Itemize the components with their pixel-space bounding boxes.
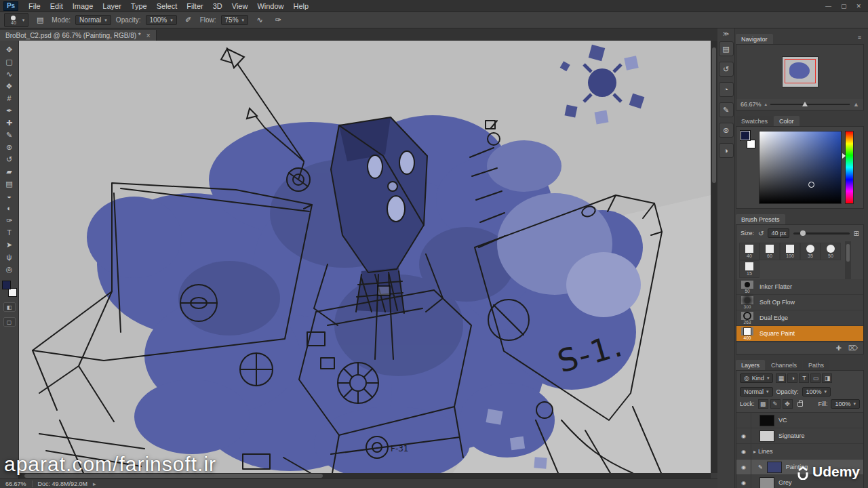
- zoom-level-field[interactable]: 66.67%: [5, 481, 26, 487]
- layer-filter-icon[interactable]: T: [799, 373, 809, 383]
- panel-strip-icon[interactable]: ◑: [719, 143, 734, 158]
- layer-name[interactable]: VC: [778, 417, 863, 424]
- brush-preset-picker[interactable]: 40 ▾: [4, 13, 28, 27]
- tool-icon[interactable]: ▰: [1, 165, 18, 178]
- screen-mode-button[interactable]: ▢: [3, 317, 16, 327]
- panel-strip-icon[interactable]: ✎: [719, 102, 734, 117]
- tool-icon[interactable]: ➤: [1, 239, 18, 251]
- layer-visibility-toggle[interactable]: [736, 444, 751, 459]
- brush-preset-row[interactable]: 400 Square Paint: [736, 326, 863, 342]
- canvas-vertical-scrollbar[interactable]: [711, 41, 717, 473]
- tool-icon[interactable]: ⊛: [1, 141, 18, 153]
- quick-mask-button[interactable]: ◧: [3, 302, 16, 312]
- tool-icon[interactable]: ◐: [1, 202, 18, 214]
- saturation-brightness-picker[interactable]: [759, 131, 842, 204]
- brush-preset-row[interactable]: 300 Soft Op Flow: [736, 295, 863, 310]
- tool-icon[interactable]: ∿: [1, 68, 18, 80]
- menu-item[interactable]: Select: [152, 2, 182, 10]
- layer-name[interactable]: Signature: [778, 432, 863, 439]
- menu-item[interactable]: Filter: [182, 2, 208, 10]
- brush-panel-toggle-icon[interactable]: ⊞: [854, 230, 859, 237]
- toggle-brush-panel-icon[interactable]: ▤: [33, 14, 47, 26]
- tool-icon[interactable]: ✑: [1, 214, 18, 226]
- menu-item[interactable]: Help: [289, 2, 314, 10]
- color-panel-tab[interactable]: Swatches: [736, 116, 773, 126]
- reset-size-icon[interactable]: ↺: [758, 230, 764, 237]
- layer-visibility-toggle[interactable]: [736, 413, 751, 428]
- color-panel-tab[interactable]: Color: [774, 116, 800, 126]
- lock-option-icon[interactable]: ✥: [783, 399, 793, 409]
- layer-row[interactable]: ▸ ✎ Signature: [736, 428, 863, 444]
- menu-item[interactable]: Layer: [98, 2, 126, 10]
- opacity-select[interactable]: 100% ▾: [146, 15, 177, 25]
- panel-strip-icon[interactable]: ⊛: [719, 123, 734, 138]
- menu-item[interactable]: Type: [126, 2, 152, 10]
- navigator-view-box[interactable]: [785, 59, 816, 83]
- menu-item[interactable]: View: [227, 2, 253, 10]
- tab-brush-presets[interactable]: Brush Presets: [736, 214, 785, 224]
- layer-thumbnail[interactable]: [760, 430, 774, 442]
- layer-filter-icon[interactable]: ▦: [776, 373, 786, 383]
- color-fg-bg-swatches[interactable]: [741, 131, 755, 148]
- hue-slider[interactable]: [845, 131, 854, 204]
- menu-item[interactable]: Image: [68, 2, 98, 10]
- expand-panels-icon[interactable]: ≫: [723, 30, 729, 37]
- layer-filter-icon[interactable]: ◑: [787, 373, 797, 383]
- navigator-zoom-slider[interactable]: [770, 104, 850, 105]
- layer-thumbnail[interactable]: [760, 477, 774, 488]
- tool-icon[interactable]: #: [1, 92, 18, 104]
- group-expand-icon[interactable]: ▸: [751, 449, 758, 455]
- layer-visibility-toggle[interactable]: [736, 460, 751, 474]
- close-icon[interactable]: ×: [146, 32, 151, 39]
- brush-footer-icon[interactable]: ⌦: [848, 344, 858, 352]
- brush-thumbnail[interactable]: 35: [800, 243, 821, 260]
- brush-thumbnail[interactable]: 60: [760, 243, 780, 260]
- tool-icon[interactable]: ψ: [1, 251, 18, 263]
- panel-strip-icon[interactable]: ◔: [719, 82, 734, 97]
- pressure-size-icon[interactable]: ✑: [271, 14, 285, 26]
- layer-filter-kind-select[interactable]: ◎ Kind ▾: [740, 373, 773, 383]
- layers-panel-tab[interactable]: Layers: [736, 360, 765, 370]
- blend-mode-select[interactable]: Normal ▾: [75, 15, 111, 25]
- layer-opacity-select[interactable]: 100% ▾: [802, 387, 831, 396]
- layer-filter-icon[interactable]: ▭: [810, 373, 821, 383]
- layer-filter-icon[interactable]: ◨: [822, 373, 832, 383]
- window-button-icon[interactable]: —: [825, 3, 831, 9]
- brush-thumbnail[interactable]: 15: [739, 260, 760, 278]
- layers-panel-tab[interactable]: Channels: [766, 360, 802, 370]
- layer-blend-mode-select[interactable]: Normal ▾: [740, 387, 773, 396]
- flow-select[interactable]: 75% ▾: [221, 15, 249, 25]
- menu-item[interactable]: 3D: [208, 2, 227, 10]
- tool-icon[interactable]: ▢: [1, 56, 18, 68]
- tool-icon[interactable]: ✒: [1, 104, 18, 117]
- brush-preset-row[interactable]: 50 Inker Flatter: [736, 279, 863, 295]
- lock-option-icon[interactable]: ▩: [758, 399, 768, 409]
- menu-item[interactable]: File: [24, 2, 45, 10]
- window-button-icon[interactable]: ▢: [841, 3, 847, 9]
- brush-grid-scrollbar[interactable]: [845, 241, 851, 279]
- window-button-icon[interactable]: ✕: [856, 3, 861, 9]
- navigator-thumbnail[interactable]: [783, 57, 818, 87]
- brush-size-value[interactable]: 40 px: [768, 228, 789, 238]
- panel-strip-icon[interactable]: ▤: [719, 41, 734, 56]
- zoom-in-icon[interactable]: ▲: [853, 101, 859, 108]
- foreground-color-swatch[interactable]: [2, 281, 11, 289]
- tool-icon[interactable]: ✥: [1, 43, 18, 56]
- layer-row[interactable]: ▸ ✎ VC: [736, 413, 863, 428]
- lock-option-icon[interactable]: ✎: [770, 399, 781, 409]
- tab-navigator[interactable]: Navigator: [736, 34, 773, 44]
- canvas-artwork[interactable]: S-1. F-31: [19, 41, 711, 473]
- layer-row[interactable]: ▸ ✎ Lines: [736, 444, 863, 460]
- status-flyout-icon[interactable]: ▸: [93, 481, 96, 487]
- layer-fill-select[interactable]: 100% ▾: [831, 399, 860, 409]
- layers-panel-tab[interactable]: Paths: [803, 360, 829, 370]
- pressure-opacity-icon[interactable]: ✐: [182, 14, 195, 26]
- brush-size-slider[interactable]: [793, 232, 849, 235]
- tool-icon[interactable]: ❖: [1, 80, 18, 92]
- layer-name[interactable]: Lines: [758, 448, 863, 455]
- panel-menu-icon[interactable]: ≡: [858, 34, 864, 44]
- brush-footer-icon[interactable]: ✚: [835, 344, 841, 352]
- brush-thumbnail[interactable]: 50: [821, 243, 841, 260]
- tool-icon[interactable]: ◎: [1, 263, 18, 275]
- tool-icon[interactable]: ◒: [1, 190, 18, 202]
